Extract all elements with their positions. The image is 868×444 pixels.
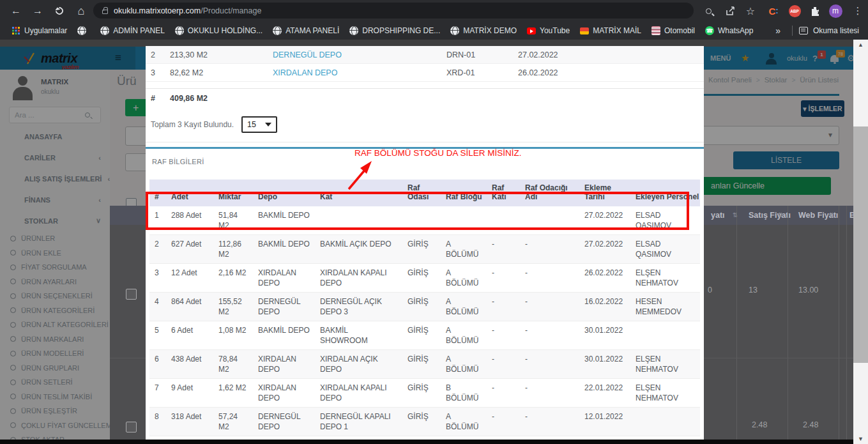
sort-icon[interactable]: ⇅ xyxy=(829,211,834,218)
bookmark-item[interactable]: ATAMA PANELİ xyxy=(268,24,344,37)
bookmark-item[interactable]: YouTube xyxy=(522,24,575,37)
reading-list-button[interactable]: Okuma listesi xyxy=(799,26,868,35)
bookmark-label: ATAMA PANELİ xyxy=(286,26,339,35)
cell-depo: XIRDALAN DEPO xyxy=(253,379,315,408)
cell-ekleyen-personel: ELŞEN NEHMATOV xyxy=(630,264,700,293)
cell-adet: 12 Adet xyxy=(166,264,213,293)
share-icon[interactable] xyxy=(722,3,738,19)
date: 26.02.2022 xyxy=(518,68,699,77)
lock-icon[interactable] xyxy=(102,10,108,14)
cell-raf-blogu: B BÖLÜMÜ xyxy=(441,379,487,408)
stock-quantity: 82,62 M2 xyxy=(170,68,273,77)
page-scrollbar[interactable]: ▲ ▼ xyxy=(853,40,868,444)
app-viewport: matrixyazılım ≡ MENÜ ★ okuklu ? 1 78 ⚙ M… xyxy=(0,40,868,444)
bookmark-label: YouTube xyxy=(540,26,570,35)
cell-kat: BAKMİL SHOWROOM xyxy=(315,321,402,350)
sort-icon[interactable]: ⇅ xyxy=(778,211,783,218)
profile-avatar[interactable]: m xyxy=(827,3,844,19)
column-header[interactable]: yatı xyxy=(711,211,725,220)
cell-raf-blogu: A BÖLÜMÜ xyxy=(441,235,487,264)
scroll-up-icon[interactable]: ▲ xyxy=(853,42,868,48)
raf-row: 3 12 Adet 2,16 M2 XIRDALAN DEPO XIRDALAN… xyxy=(149,264,700,293)
raf-row: 2 627 Adet 112,86 M2 BAKMİL DEPO BAKMİL … xyxy=(149,235,700,264)
column-header: Depo xyxy=(253,180,315,206)
home-icon[interactable]: ⌂ xyxy=(73,3,89,19)
browser-menu-icon[interactable]: ⋮ xyxy=(849,3,866,19)
bottom-bar xyxy=(0,440,853,444)
cell-depo: BAKMİL DEPO xyxy=(253,206,315,235)
annotation-text: RAF BÖLÜMÜ STOĞU DA SİLER MİSİNİZ. xyxy=(354,148,522,158)
bookmark-item[interactable]: MATRİX DEMO xyxy=(445,24,522,37)
bookmark-item[interactable]: DROPSHIPPING DE... xyxy=(344,24,445,37)
raf-row: 8 318 Adet 57,24 M2 DERNEGÜL DEPO DERNEG… xyxy=(149,408,700,436)
cell-ekleme-tarihi: 16.02.2022 xyxy=(579,293,630,321)
address-bar[interactable]: okuklu.matrixotoerp.com/Product/manage xyxy=(93,3,694,19)
scrollbar-thumb[interactable] xyxy=(853,126,868,363)
bookmark-star-icon[interactable]: ☆ xyxy=(742,3,759,19)
bookmark-item[interactable]: Uygulamalar xyxy=(6,24,72,37)
row-checkbox[interactable] xyxy=(126,289,137,300)
extension-c-icon[interactable]: C: xyxy=(765,3,782,19)
bookmark-item[interactable]: WhatsApp xyxy=(700,24,758,37)
cell-raf-odacigi: - xyxy=(520,264,579,293)
column-header: Miktar xyxy=(213,180,253,206)
cell-ekleyen-personel: ELŞEN NEHMATOV xyxy=(630,379,700,408)
extensions-puzzle-icon[interactable] xyxy=(807,3,823,19)
adblock-icon[interactable]: ABP xyxy=(786,3,803,19)
column-header[interactable]: Satış Fiyatı xyxy=(749,211,791,220)
reload-icon[interactable] xyxy=(51,3,68,19)
bookmark-label: DROPSHIPPING DE... xyxy=(362,26,440,35)
raf-row: 1 288 Adet 51,84 M2 BAKMİL DEPO 27.02.20… xyxy=(149,206,700,235)
reading-list-icon xyxy=(799,27,808,34)
bookmark-favicon xyxy=(450,26,459,35)
back-icon[interactable]: ← xyxy=(8,3,24,19)
bookmark-label: ADMİN PANEL xyxy=(113,26,164,35)
bookmark-item[interactable]: OKUKLU HOLDİNG... xyxy=(170,24,268,37)
row-checkbox[interactable] xyxy=(126,422,137,433)
cell-kat: XIRDALAN KAPALI DEPO xyxy=(315,264,402,293)
cell-ekleme-tarihi: 26.02.2022 xyxy=(579,264,630,293)
cell-raf-blogu xyxy=(441,206,487,235)
cell-ekleme-tarihi: 12.01.2022 xyxy=(579,408,630,436)
cell-kat: XIRDALAN AÇIK DEPO xyxy=(315,350,402,379)
bookmark-favicon xyxy=(651,26,660,35)
bookmark-item[interactable] xyxy=(72,24,95,37)
bookmark-label: WhatsApp xyxy=(718,26,753,35)
warehouse-link[interactable]: XIRDALAN DEPO xyxy=(273,68,446,77)
raf-row: 6 438 Adet 78,84 M2 XIRDALAN DEPO XIRDAL… xyxy=(149,350,700,379)
cell-miktar: 112,86 M2 xyxy=(213,235,253,264)
bookmark-item[interactable]: Otomobil xyxy=(646,24,700,37)
records-footer: Toplam 3 Kayıt Bulundu. 15 xyxy=(146,116,704,142)
cell-miktar: 155,52 M2 xyxy=(213,293,253,321)
cell-depo: XIRDALAN DEPO xyxy=(253,264,315,293)
cell-adet: 627 Adet xyxy=(166,235,213,264)
bookmark-favicon xyxy=(11,26,20,35)
sort-icon[interactable]: ⇅ xyxy=(733,211,738,218)
bookmarks-right: » Okuma listesi xyxy=(770,21,868,40)
raf-header-row: # Adet Miktar Depo Kat Raf Odası Raf Blo… xyxy=(149,180,700,206)
warehouse-link[interactable]: DERNEGÜL DEPO xyxy=(273,50,446,59)
cell-raf-blogu: A BÖLÜMÜ xyxy=(441,264,487,293)
bookmark-favicon xyxy=(77,26,86,35)
bookmarks-list: Uygulamalar ADMİN PANEL OKUKLU HOLDİNG..… xyxy=(6,24,758,37)
cell-kat: DERNEGÜL AÇIK DEPO 3 xyxy=(315,293,402,321)
bookmark-item[interactable]: ADMİN PANEL xyxy=(95,24,169,37)
scroll-down-icon[interactable]: ▼ xyxy=(853,436,868,442)
cell-depo: XIRDALAN DEPO xyxy=(253,350,315,379)
cell-raf-blogu: A BÖLÜMÜ xyxy=(441,293,487,321)
bookmark-item[interactable]: MATRİX MAİL xyxy=(575,24,646,37)
cell-raf-kati: - xyxy=(487,379,520,408)
date: 27.02.2022 xyxy=(518,50,699,59)
cell-raf-kati: - xyxy=(487,408,520,436)
product-detail-modal: 2 213,30 M2 DERNEGÜL DEPO DRN-01 27.02.2… xyxy=(146,46,704,444)
bookmarks-overflow-icon[interactable]: » xyxy=(770,26,786,36)
forward-icon[interactable]: → xyxy=(29,3,46,19)
zoom-icon[interactable] xyxy=(700,3,717,19)
cell-depo: BAKMİL DEPO xyxy=(253,235,315,264)
cell-kat: DERNEGÜL KAPALI DEPO 1 xyxy=(315,408,402,436)
cell-raf-odasi: GİRİŞ xyxy=(402,408,441,436)
cell-ekleme-tarihi: 27.02.2022 xyxy=(579,235,630,264)
cell-miktar: 51,84 M2 xyxy=(213,206,253,235)
page-size-select[interactable]: 15 xyxy=(241,116,277,133)
cell-miktar: 78,84 M2 xyxy=(213,350,253,379)
